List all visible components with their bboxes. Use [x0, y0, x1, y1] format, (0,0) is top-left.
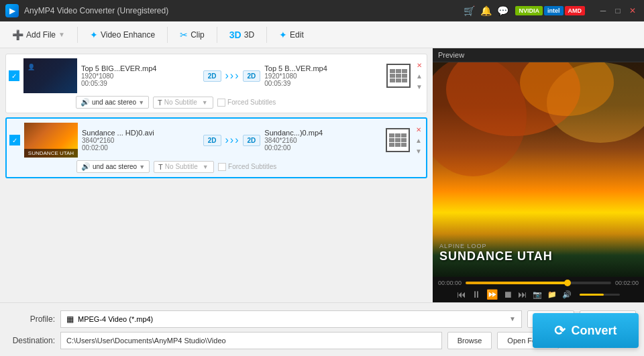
- add-file-button[interactable]: ➕ Add File ▼: [5, 27, 72, 43]
- preview-overlay-text: ALPINE LOOP SUNDANCE UTAH: [439, 243, 553, 263]
- nvidia-badge: NVIDIA: [515, 6, 543, 15]
- close-button[interactable]: ✕: [627, 5, 639, 17]
- window-controls: ─ □ ✕: [597, 5, 639, 17]
- file-2-format-out: 2D: [243, 135, 261, 146]
- file-2-info: Sundance ... HD)0.avi 3840*2160 00:02:00: [82, 129, 199, 152]
- audio-icon: 🔊: [80, 98, 90, 107]
- preview-stop-button[interactable]: ⏹: [503, 289, 513, 300]
- restore-button[interactable]: □: [612, 5, 624, 17]
- file-2-forced-subs: Forced Subtitles: [218, 163, 276, 171]
- file-1-format-icon[interactable]: [386, 64, 411, 88]
- file-1-dur: 00:05:39: [81, 80, 199, 87]
- preview-timeline-bar[interactable]: [466, 282, 611, 284]
- destination-input[interactable]: [60, 332, 442, 349]
- file-1-down-button[interactable]: ▼: [415, 82, 424, 91]
- file-2-dur: 00:02:00: [82, 144, 199, 152]
- file-2-checkbox[interactable]: ✓: [9, 135, 20, 145]
- preview-timeline-thumb[interactable]: [564, 280, 571, 286]
- file-2-out-name: Sundanc...)0.mp4: [264, 129, 382, 137]
- file-2-name: Sundance ... HD)0.avi: [82, 129, 199, 137]
- title-bar-icons: 🛒 🔔 💬: [464, 5, 508, 16]
- main-wrapper: ✓ 👤 Top 5 BIG...EVER.mp4 1920*1080 00:05…: [0, 48, 644, 356]
- separator-3: [217, 27, 217, 43]
- browse-button[interactable]: Browse: [447, 332, 492, 349]
- add-file-dropdown-icon[interactable]: ▼: [58, 31, 65, 38]
- file-2-thumbnail-label: SUNDANCE UTAH: [24, 149, 78, 158]
- clip-icon: ✂: [180, 29, 188, 40]
- file-1-info: Top 5 BIG...EVER.mp4 1920*1080 00:05:39: [81, 64, 199, 87]
- minimize-button[interactable]: ─: [597, 5, 609, 17]
- profile-dropdown-arrow: ▼: [509, 315, 516, 322]
- file-1-row-bottom: 🔊 und aac stereo ▼ T No Subtitle ▼ Force…: [9, 96, 424, 109]
- clip-button[interactable]: ✂ Clip: [173, 27, 211, 43]
- file-1-forced-checkbox[interactable]: [217, 99, 225, 107]
- preview-volume-bar[interactable]: [580, 294, 620, 296]
- file-2-close-button[interactable]: ✕: [414, 125, 423, 134]
- preview-buttons: ⏮ ⏸ ⏩ ⏹ ⏭ 📷 📁 🔊: [438, 289, 639, 300]
- file-1-up-button[interactable]: ▲: [415, 71, 424, 80]
- 3d-icon: 3D: [229, 29, 241, 40]
- video-enhance-icon: ✦: [90, 29, 98, 40]
- file-1-close-button[interactable]: ✕: [415, 60, 424, 70]
- file-2-audio-dropdown[interactable]: 🔊 und aac stereo ▼: [76, 160, 150, 173]
- file-1-checkbox[interactable]: ✓: [9, 70, 19, 81]
- preview-timeline-progress: [466, 282, 568, 284]
- preview-skip-end-button[interactable]: ⏭: [518, 289, 527, 300]
- file-1-format-in: 2D: [203, 70, 221, 82]
- convert-icon: ⟳: [554, 322, 566, 339]
- audio-dropdown-arrow: ▼: [138, 99, 144, 106]
- chat-icon[interactable]: 💬: [497, 5, 508, 16]
- convert-button[interactable]: ⟳ Convert: [533, 313, 639, 348]
- file-1-res: 1920*1080: [81, 72, 199, 80]
- file-1-forced-label: Forced Subtitles: [227, 99, 276, 106]
- file-2-subtitle-dropdown[interactable]: T No Subtitle ▼: [154, 161, 214, 173]
- preview-time-start: 00:00:00: [438, 280, 462, 286]
- file-list-area: ✓ 👤 Top 5 BIG...EVER.mp4 1920*1080 00:05…: [0, 48, 433, 302]
- preview-screenshot-button[interactable]: 📷: [533, 290, 542, 299]
- cart-icon[interactable]: 🛒: [464, 5, 475, 16]
- file-2-out-res: 3840*2160: [264, 137, 382, 144]
- file-2-up-button[interactable]: ▲: [414, 135, 423, 145]
- preview-video: ALPINE LOOP SUNDANCE UTAH: [433, 62, 644, 277]
- audio-icon-2: 🔊: [81, 162, 91, 171]
- profile-select[interactable]: ▦ MPEG-4 Video (*.mp4) ▼: [60, 310, 522, 328]
- title-bar-left: ▶ AnyMP4 Video Converter (Unregistered): [5, 4, 168, 17]
- profile-value: MPEG-4 Video (*.mp4): [78, 315, 509, 323]
- preview-fast-forward-button[interactable]: ⏩: [486, 289, 498, 300]
- preview-play-button[interactable]: ⏸: [472, 289, 481, 300]
- bell-icon[interactable]: 🔔: [480, 5, 492, 16]
- file-2-format-in: 2D: [203, 135, 221, 146]
- file-1-forced-subs: Forced Subtitles: [217, 99, 276, 107]
- subtitle-dropdown-arrow: ▼: [202, 99, 208, 106]
- video-enhance-button[interactable]: ✦ Video Enhance: [83, 27, 162, 43]
- edit-button[interactable]: ✦ Edit: [272, 27, 311, 43]
- file-1-subtitle-dropdown[interactable]: T No Subtitle ▼: [153, 97, 213, 109]
- preview-volume-button[interactable]: 🔊: [562, 290, 572, 299]
- file-2-row-bottom: 🔊 und aac stereo ▼ T No Subtitle ▼ Force…: [9, 160, 423, 173]
- file-2-format-icon[interactable]: [386, 128, 410, 152]
- gpu-badges: NVIDIA intel AMD: [515, 6, 585, 15]
- preview-folder-button[interactable]: 📁: [547, 290, 557, 299]
- file-1-row-controls: ✕ ▲ ▼: [415, 60, 424, 91]
- preview-controls: 00:00:00 00:02:00 ⏮ ⏸ ⏩ ⏹ ⏭ 📷 📁 🔊: [433, 277, 644, 302]
- file-row-1-top: ✓ 👤 Top 5 BIG...EVER.mp4 1920*1080 00:05…: [9, 58, 424, 93]
- file-row-1: ✓ 👤 Top 5 BIG...EVER.mp4 1920*1080 00:05…: [5, 54, 427, 113]
- app-logo: ▶: [5, 4, 19, 17]
- file-2-forced-checkbox[interactable]: [218, 163, 226, 171]
- preview-skip-start-button[interactable]: ⏮: [457, 289, 466, 300]
- preview-timeline: 00:00:00 00:02:00: [438, 280, 639, 286]
- add-file-icon: ➕: [12, 29, 23, 40]
- file-2-audio-label: und aac stereo: [93, 163, 137, 170]
- file-1-out-res: 1920*1080: [264, 72, 382, 80]
- title-bar: ▶ AnyMP4 Video Converter (Unregistered) …: [0, 0, 644, 21]
- subtitle-icon-2: T: [158, 163, 163, 171]
- profile-icon: ▦: [66, 314, 74, 324]
- 3d-button[interactable]: 3D 3D: [223, 27, 261, 43]
- separator-2: [167, 27, 168, 43]
- file-1-audio-dropdown[interactable]: 🔊 und aac stereo ▼: [76, 96, 149, 109]
- file-2-down-button[interactable]: ▼: [414, 146, 423, 156]
- subtitle-dropdown-arrow-2: ▼: [203, 164, 209, 170]
- file-1-subtitle-label: No Subtitle: [164, 99, 197, 106]
- file-2-output: Sundanc...)0.mp4 3840*2160 00:02:00: [264, 129, 382, 152]
- file-2-thumbnail: SUNDANCE UTAH: [24, 123, 78, 158]
